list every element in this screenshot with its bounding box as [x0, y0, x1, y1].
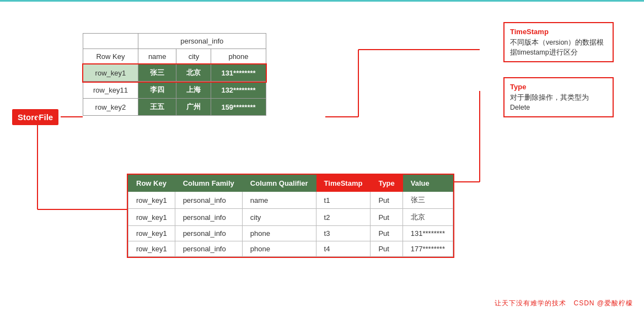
bt-value: 北京 — [402, 209, 453, 226]
row-key-cell: row_key11 — [83, 82, 138, 99]
bt-colqualifier: city — [242, 209, 316, 226]
bt-colfamily: personal_info — [175, 209, 242, 226]
bh-type: Type — [371, 175, 402, 192]
bt-type: Put — [371, 192, 402, 209]
row-key-header: Row Key — [83, 49, 138, 64]
bt-value: 131******** — [402, 226, 453, 241]
city-header: city — [176, 49, 211, 64]
bt-timestamp: t2 — [316, 209, 371, 226]
bottom-table: Row Key Column Family Column Qualifier T… — [128, 175, 453, 257]
bottom-table-border: Row Key Column Family Column Qualifier T… — [127, 174, 454, 258]
table-row: row_key1 personal_info name t1 Put 张三 — [128, 192, 453, 209]
bt-colfamily: personal_info — [175, 226, 242, 241]
bt-colqualifier: phone — [242, 226, 316, 241]
bt-value: 张三 — [402, 192, 453, 209]
city-cell: 北京 — [176, 64, 211, 82]
type-title: Type — [510, 82, 607, 93]
bt-colqualifier: name — [242, 192, 316, 209]
bt-timestamp: t4 — [316, 241, 371, 257]
csdn-label: CSDN @爱酸柠檬 — [573, 299, 633, 307]
bt-type: Put — [371, 209, 402, 226]
bh-value: Value — [402, 175, 453, 192]
bt-timestamp: t1 — [316, 192, 371, 209]
name-cell: 李四 — [138, 82, 176, 99]
annotation-type: Type 对于删除操作，其类型为Delete — [503, 77, 614, 117]
bt-rowkey: row_key1 — [128, 241, 175, 257]
bh-rowkey: Row Key — [128, 175, 175, 192]
name-header: name — [138, 49, 176, 64]
watermark: 让天下没有难学的技术 CSDN @爱酸柠檬 — [495, 299, 633, 308]
city-cell: 广州 — [176, 99, 211, 116]
timestamp-body: 不同版本（version）的数据根据timestamp进行区分 — [510, 37, 607, 58]
bt-rowkey: row_key1 — [128, 192, 175, 209]
table-row: row_key1 personal_info city t2 Put 北京 — [128, 209, 453, 226]
row-key-cell: row_key2 — [83, 99, 138, 116]
table-row: row_key1 personal_info phone t4 Put 177*… — [128, 241, 453, 257]
phone-cell: 132******** — [211, 82, 266, 99]
name-cell: 张三 — [138, 64, 176, 82]
table-row: row_key2 王五 广州 159******** — [83, 99, 266, 116]
bh-colfamily: Column Family — [175, 175, 242, 192]
top-table-wrapper: personal_info Row Key name city phone ro… — [83, 33, 266, 116]
bh-timestamp: TimeStamp — [316, 175, 371, 192]
storefile-label: StoreFile — [12, 109, 58, 125]
bt-colfamily: personal_info — [175, 241, 242, 257]
phone-header: phone — [211, 49, 266, 64]
city-cell: 上海 — [176, 82, 211, 99]
annotation-timestamp: TimeStamp 不同版本（version）的数据根据timestamp进行区… — [503, 22, 614, 62]
bt-rowkey: row_key1 — [128, 209, 175, 226]
bt-type: Put — [371, 226, 402, 241]
table-row: row_key1 张三 北京 131******** — [83, 64, 266, 82]
top-table: personal_info Row Key name city phone ro… — [83, 33, 266, 116]
name-cell: 王五 — [138, 99, 176, 116]
top-border — [0, 0, 644, 2]
bh-colqualifier: Column Qualifier — [242, 175, 316, 192]
table-row: row_key1 personal_info phone t3 Put 131*… — [128, 226, 453, 241]
row-key-cell: row_key1 — [83, 64, 138, 82]
top-table-empty-header — [83, 34, 138, 49]
main-container: StoreFile TimeStamp 不同版本（version）的数据根据ti… — [0, 0, 644, 318]
timestamp-title: TimeStamp — [510, 26, 607, 37]
table-row: row_key11 李四 上海 132******** — [83, 82, 266, 99]
bt-rowkey: row_key1 — [128, 226, 175, 241]
phone-cell: 131******** — [211, 64, 266, 82]
type-body: 对于删除操作，其类型为Delete — [510, 93, 607, 114]
personal-info-header: personal_info — [138, 34, 266, 49]
bt-colqualifier: phone — [242, 241, 316, 257]
bt-value: 177******** — [402, 241, 453, 257]
bt-timestamp: t3 — [316, 226, 371, 241]
phone-cell: 159******** — [211, 99, 266, 116]
bt-colfamily: personal_info — [175, 192, 242, 209]
bottom-table-wrapper: Row Key Column Family Column Qualifier T… — [127, 174, 454, 260]
bt-type: Put — [371, 241, 402, 257]
watermark-text: 让天下没有难学的技术 — [495, 299, 571, 307]
